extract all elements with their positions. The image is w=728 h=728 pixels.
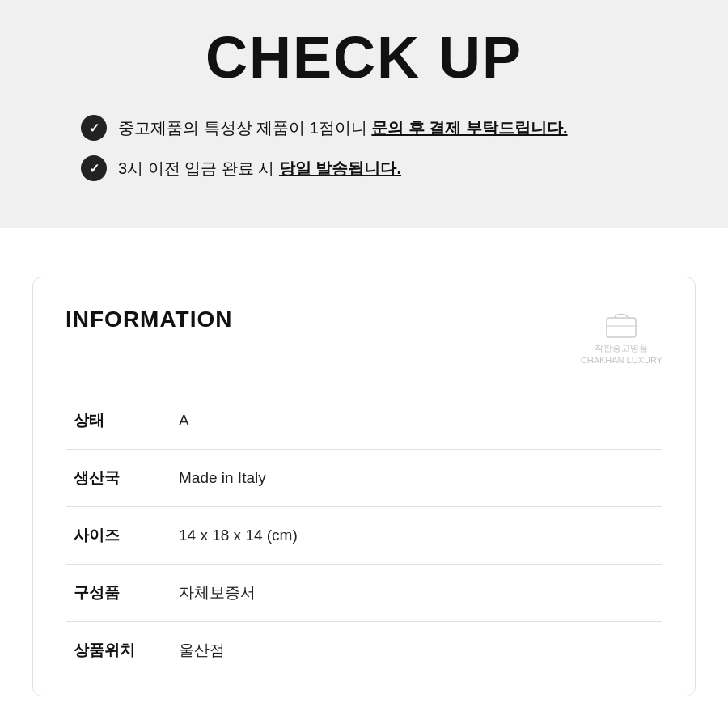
watermark-bag-icon — [602, 307, 641, 339]
check-icon-2 — [81, 155, 107, 181]
table-cell-value: A — [171, 392, 662, 449]
checklist-item-1: 중고제품의 특성상 제품이 1점이니 문의 후 결제 부탁드립니다. — [81, 115, 647, 141]
table-cell-label: 구성품 — [66, 564, 171, 621]
info-card: INFORMATION 착한중고명품 CHAKHAN LUXURY 상태A생산국… — [32, 277, 696, 696]
checklist-text-2: 3시 이전 입금 완료 시 당일 발송됩니다. — [118, 158, 401, 180]
info-table: 상태A생산국Made in Italy사이즈14 x 18 x 14 (cm)구… — [66, 392, 662, 679]
check-icon-1 — [81, 115, 107, 141]
table-row: 사이즈14 x 18 x 14 (cm) — [66, 506, 662, 564]
table-cell-value: 자체보증서 — [171, 564, 662, 621]
table-row: 생산국Made in Italy — [66, 449, 662, 506]
info-title: INFORMATION — [66, 307, 232, 332]
info-card-header: INFORMATION 착한중고명품 CHAKHAN LUXURY — [66, 307, 662, 367]
table-row: 상태A — [66, 392, 662, 449]
table-cell-label: 생산국 — [66, 449, 171, 506]
watermark: 착한중고명품 CHAKHAN LUXURY — [581, 307, 662, 367]
watermark-text-line2: CHAKHAN LUXURY — [581, 354, 662, 366]
spacer — [0, 228, 728, 277]
table-cell-value: 14 x 18 x 14 (cm) — [171, 506, 662, 564]
checklist-text-1: 중고제품의 특성상 제품이 1점이니 문의 후 결제 부탁드립니다. — [118, 117, 568, 139]
checklist: 중고제품의 특성상 제품이 1점이니 문의 후 결제 부탁드립니다. 3시 이전… — [81, 115, 647, 196]
table-cell-label: 사이즈 — [66, 506, 171, 564]
table-cell-label: 상품위치 — [66, 621, 171, 679]
checklist-item-2: 3시 이전 입금 완료 시 당일 발송됩니다. — [81, 155, 647, 181]
table-cell-value: 울산점 — [171, 621, 662, 679]
table-cell-value: Made in Italy — [171, 449, 662, 506]
table-row: 상품위치울산점 — [66, 621, 662, 679]
table-row: 구성품자체보증서 — [66, 564, 662, 621]
table-cell-label: 상태 — [66, 392, 171, 449]
header-section: CHECK UP 중고제품의 특성상 제품이 1점이니 문의 후 결제 부탁드립… — [0, 0, 728, 228]
watermark-text-line1: 착한중고명품 — [595, 342, 648, 354]
svg-rect-0 — [607, 318, 636, 337]
page-title: CHECK UP — [32, 24, 696, 91]
